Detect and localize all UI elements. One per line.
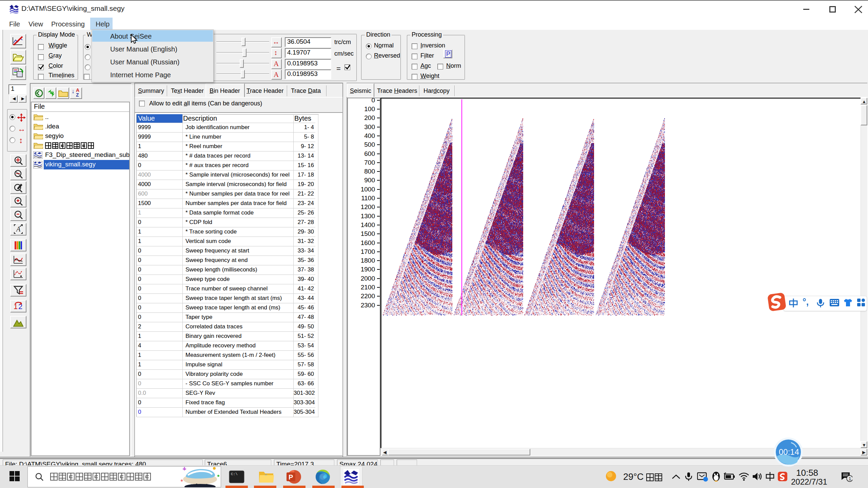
svg-text:00:14: 00:14 [779,447,799,456]
svg-text:C:\: C:\ [231,472,238,476]
svg-text:2: 2 [18,302,22,311]
svg-text:P: P [289,473,293,481]
svg-text:1: 1 [849,476,851,481]
